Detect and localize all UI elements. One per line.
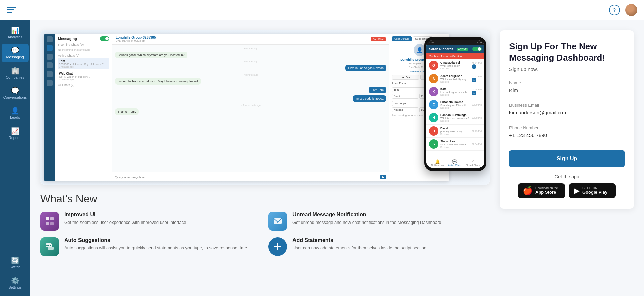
svg-point-8	[48, 245, 49, 246]
phone-device-shawn: Desktop	[440, 146, 470, 148]
chat-item-webchat-name: Web Chat	[59, 72, 108, 75]
phone-agent-name: Sarah Richards	[429, 47, 453, 51]
phone-screen: 2:49 31% Sarah Richards ACTIVE	[426, 40, 484, 168]
signup-name-value: Kim	[509, 87, 625, 96]
group-name: Longhills Group-3235385	[116, 36, 156, 39]
all-chats-label: All Chats (2)	[58, 83, 109, 87]
mock-active-toggle[interactable]	[100, 36, 109, 41]
phone-name-hannah: Hannah Cummings	[440, 113, 470, 117]
get-app-label: Get the app	[509, 174, 625, 179]
mock-chat-header: Messaging	[58, 36, 109, 41]
signup-button[interactable]: Sign Up	[509, 150, 625, 167]
leads-icon: 👤	[11, 107, 19, 114]
phone-avatar-elizabeth: E	[429, 100, 438, 109]
phone-chat-elizabeth[interactable]: E Elizabeth Owens Sounds good Elizabeth …	[426, 98, 484, 111]
appstore-big: App Store	[535, 190, 558, 195]
svg-point-9	[50, 245, 51, 246]
phone-chat-hannah[interactable]: H Hannah Cummings Will this cover insura…	[426, 111, 484, 125]
sidebar-item-leads[interactable]: 👤 Leads	[2, 104, 29, 123]
svg-rect-2	[46, 222, 49, 225]
googleplay-button[interactable]: ▶ GET IT ON Google Play	[569, 183, 616, 198]
conversations-icon: 🗨️	[11, 87, 19, 94]
add-statements-icon	[268, 237, 287, 256]
sidebar-label-settings: Settings	[8, 285, 22, 289]
chat-started-meta: Chat started at 03:02 pm	[116, 39, 156, 42]
phone-avatar-shawn: S	[429, 139, 438, 149]
lead-form-button[interactable]: Lead Form	[392, 75, 419, 80]
phone-tab-active-chats[interactable]: 💬 Active Chats	[448, 159, 461, 166]
end-chat-button[interactable]: End Chat	[371, 37, 386, 41]
phone-chat-adam[interactable]: A Adam Ferguson Will the availability va…	[426, 72, 484, 85]
mock-sidebar	[44, 34, 55, 181]
improved-ui-desc: Get the seemless user experience with im…	[64, 219, 186, 226]
sidebar-item-conversations[interactable]: 🗨️ Conversations	[2, 84, 29, 103]
phone-chat-gina[interactable]: G Gina Mcdaniel What is the cost? Deskto…	[426, 59, 484, 72]
feature-add-statements: Add Statements User can now add statemen…	[268, 237, 490, 256]
phone-chat-shawn[interactable]: S Shawn Lee What is the next availabilit…	[426, 138, 484, 151]
tab-user-details[interactable]: User Details	[392, 36, 412, 41]
phone-msg-shawn: What is the next availability for dent..…	[440, 143, 470, 146]
whats-new-title: What's New	[40, 193, 490, 205]
mock-chat-main: Longhills Group-3235385 Chat started at …	[112, 34, 389, 181]
sidebar-label-leads: Leads	[10, 115, 20, 119]
msg-user-1: I live in Las Vegas Nevada	[345, 65, 386, 71]
auto-suggestions-text: Auto Suggestions Auto suggestions will a…	[64, 237, 247, 251]
phone-battery: 31%	[477, 41, 482, 44]
phone-chat-time-kate: 02:44 PM 1	[472, 88, 482, 95]
sidebar-item-switch[interactable]: 🔄 Switch	[2, 254, 29, 273]
phone-header: Sarah Richards ACTIVE	[426, 45, 484, 53]
screenshot-inner: Messaging Incoming Chats (0) No incoming…	[40, 30, 490, 185]
appstore-small: Download on the	[535, 186, 558, 190]
signup-name-field: Name Kim	[509, 80, 625, 96]
phone-chat-kate[interactable]: K Kate I am looking for something new wi…	[426, 85, 484, 98]
msg-agent-3: Thanks, Tom.	[115, 108, 139, 115]
right-column: Sign Up For The New Messaging Dashboard!…	[500, 30, 634, 256]
phone-name-david: David	[440, 127, 470, 130]
sidebar-item-analytics[interactable]: 📊 Analytics	[2, 23, 29, 42]
avatar[interactable]	[625, 4, 637, 16]
signup-panel: Sign Up For The New Messaging Dashboard!…	[500, 30, 634, 209]
sidebar-item-companies[interactable]: 🏢 Companies	[2, 64, 29, 83]
signup-email-label: Business Email	[509, 103, 625, 108]
msg-time-4: a few seconds ago	[115, 104, 386, 106]
form-field-email[interactable]	[392, 94, 418, 99]
chat-item-tom-name: Tom	[59, 59, 108, 63]
googleplay-small: GET IT ON	[582, 186, 607, 190]
mock-message-input[interactable]	[115, 176, 378, 179]
help-icon[interactable]: ?	[609, 5, 620, 15]
phone-chat-list: G Gina Mcdaniel What is the cost? Deskto…	[426, 59, 484, 158]
phone-tab-closed-chats[interactable]: ✓ Closed Chats	[466, 159, 480, 166]
whats-new-section: What's New	[40, 193, 490, 256]
form-field-state[interactable]	[392, 107, 418, 112]
chat-item-tom[interactable]: Tom 3235385 • Unknown City, Unknown Regi…	[58, 58, 109, 69]
svg-rect-0	[46, 217, 49, 220]
sidebar-item-reports[interactable]: 📈 Reports	[2, 124, 29, 143]
sidebar-item-messaging[interactable]: 💬 Messaging	[2, 44, 29, 62]
msg-user-2: I am Tom	[369, 87, 386, 93]
svg-rect-6	[48, 247, 54, 250]
phone-name-elizabeth: Elizabeth Owens	[440, 100, 470, 104]
googleplay-big: Google Play	[582, 190, 607, 195]
mock-chat-top: Longhills Group-3235385 Chat started at …	[112, 34, 389, 45]
phone-tab-notifications[interactable]: 🔔 Notifications	[431, 159, 444, 166]
avatar-image	[625, 4, 637, 16]
mock-send-button[interactable]: ▶	[380, 175, 386, 179]
phone-msg-elizabeth: Sounds good Elizabeth	[440, 104, 470, 107]
phone-time: 2:49	[429, 41, 434, 44]
header-right: ?	[609, 4, 637, 16]
logo-icon	[7, 7, 16, 13]
sidebar-item-settings[interactable]: ⚙️ Settings	[2, 274, 29, 293]
appstore-button[interactable]: 🍎 Download on the App Store	[518, 183, 565, 198]
appstore-text: Download on the App Store	[535, 186, 558, 195]
msg-time-3: 7 minutes ago	[115, 73, 386, 76]
add-statements-desc: User can now add statements for themselv…	[292, 245, 426, 251]
notifications-icon: 🔔	[435, 159, 440, 164]
googleplay-icon: ▶	[574, 186, 580, 195]
phone-status-bar: 2:49 31%	[426, 40, 484, 45]
chat-item-webchat[interactable]: Web Chat Got it. Which of our serv... 6 …	[58, 70, 109, 82]
mock-chat-list: Messaging Incoming Chats (0) No incoming…	[55, 34, 112, 181]
phone-chat-david[interactable]: D David possibly next friday Desktop 02:…	[426, 125, 484, 138]
app-logo	[7, 7, 16, 13]
signup-email-value: kim.anderson@gmail.com	[509, 110, 625, 118]
phone-msg-david: possibly next friday	[440, 130, 470, 133]
